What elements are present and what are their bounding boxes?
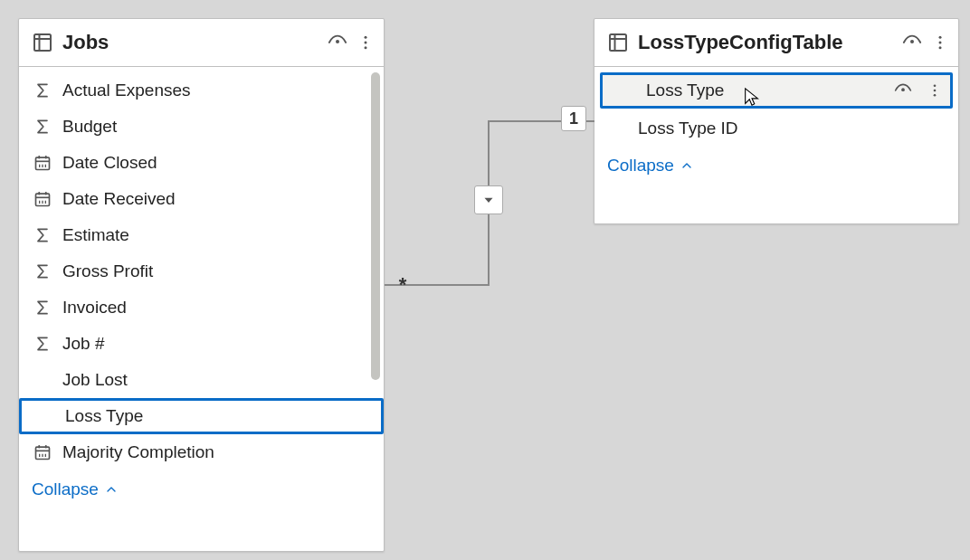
table-body-jobs: Actual Expenses Budget Date Closed Date …	[19, 67, 384, 551]
field-date-closed[interactable]: Date Closed	[19, 145, 384, 181]
sigma-icon	[32, 299, 53, 317]
field-label: Majority Completion	[62, 442, 376, 462]
calendar-icon	[32, 190, 53, 208]
table-title: LossTypeConfigTable	[638, 31, 893, 54]
cardinality-many-label: *	[399, 273, 407, 297]
field-label: Gross Profit	[62, 261, 376, 281]
field-label: Date Received	[62, 189, 376, 209]
collapse-label: Collapse	[32, 479, 99, 499]
sigma-icon	[32, 118, 53, 136]
table-card-jobs[interactable]: Jobs Actual Expenses Budget Date Closed	[18, 18, 385, 552]
collapse-link[interactable]: Collapse	[594, 147, 958, 188]
table-icon	[607, 32, 629, 53]
field-label: Estimate	[62, 225, 376, 245]
field-loss-type-id[interactable]: Loss Type ID	[594, 110, 958, 147]
table-title: Jobs	[62, 31, 319, 54]
field-label: Loss Type	[646, 81, 885, 100]
cardinality-one-label: 1	[569, 109, 578, 128]
field-loss-type[interactable]: Loss Type	[19, 398, 384, 434]
field-actual-expenses[interactable]: Actual Expenses	[19, 72, 384, 109]
visibility-icon[interactable]	[902, 33, 922, 52]
field-gross-profit[interactable]: Gross Profit	[19, 253, 384, 289]
field-label: Invoiced	[62, 298, 376, 318]
calendar-icon	[32, 443, 53, 461]
table-icon	[32, 32, 53, 53]
more-options-icon[interactable]	[357, 33, 375, 52]
calendar-icon	[32, 154, 53, 172]
filter-direction-icon[interactable]	[474, 185, 503, 214]
cardinality-many: *	[391, 273, 414, 297]
table-body-losstypeconfig: Loss Type Loss Type ID Collapse	[594, 67, 958, 223]
chevron-up-icon	[104, 482, 119, 497]
field-label: Job #	[62, 334, 376, 354]
visibility-icon[interactable]	[328, 33, 347, 52]
more-options-icon[interactable]	[927, 82, 943, 99]
field-invoiced[interactable]: Invoiced	[19, 289, 384, 326]
cardinality-one: 1	[561, 106, 586, 131]
table-header-jobs: Jobs	[19, 19, 384, 67]
visibility-icon[interactable]	[894, 81, 912, 100]
field-label: Loss Type ID	[638, 119, 951, 138]
table-card-losstypeconfig[interactable]: LossTypeConfigTable Loss Type Loss Type …	[594, 18, 959, 224]
field-label: Actual Expenses	[62, 81, 376, 100]
sigma-icon	[32, 226, 53, 244]
field-label: Date Closed	[62, 153, 376, 173]
sigma-icon	[32, 335, 53, 353]
field-loss-type[interactable]: Loss Type	[600, 72, 953, 109]
field-estimate[interactable]: Estimate	[19, 217, 384, 253]
field-label: Budget	[62, 117, 376, 137]
sigma-icon	[32, 81, 53, 100]
field-majority-completion[interactable]: Majority Completion	[19, 434, 384, 470]
more-options-icon[interactable]	[931, 33, 949, 52]
scrollbar[interactable]	[371, 72, 380, 380]
sigma-icon	[32, 262, 53, 280]
field-label: Loss Type	[65, 406, 374, 426]
field-job-lost[interactable]: Job Lost	[19, 362, 384, 398]
field-budget[interactable]: Budget	[19, 109, 384, 145]
collapse-label: Collapse	[607, 156, 674, 176]
collapse-link[interactable]: Collapse	[19, 470, 384, 512]
field-job-number[interactable]: Job #	[19, 326, 384, 362]
field-label: Job Lost	[62, 370, 376, 390]
field-date-received[interactable]: Date Received	[19, 181, 384, 217]
table-header-losstypeconfig: LossTypeConfigTable	[594, 19, 958, 67]
chevron-up-icon	[680, 158, 694, 173]
